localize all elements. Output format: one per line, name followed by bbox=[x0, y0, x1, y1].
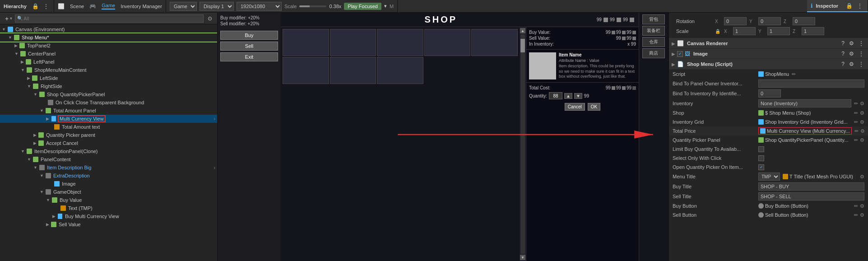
item-cell-2[interactable] bbox=[330, 29, 376, 56]
tree-item-image[interactable]: Image bbox=[0, 180, 217, 188]
tree-item-total-amount-text[interactable]: Total Amount text bbox=[0, 123, 217, 131]
canvas-renderer-expand[interactable]: ▶ bbox=[672, 41, 675, 46]
buy-button-edit-icon[interactable]: ✏ bbox=[854, 203, 858, 209]
inv-btn-warehouse[interactable]: 仓库 bbox=[642, 37, 665, 47]
image-component-expand[interactable]: ▶ bbox=[672, 51, 675, 56]
qty-stepper-up[interactable]: ▲ bbox=[564, 93, 572, 99]
expand-arrow-accept-cancel[interactable]: ▶ bbox=[33, 141, 37, 145]
tree-item-buy-multi-currency[interactable]: ▶ Buy Multi Currency View bbox=[0, 212, 217, 220]
shop-menu-script-header[interactable]: ▶ 📄 Shop Menu (Script) ? ⚙ ⋮ bbox=[669, 59, 868, 70]
image-component-enable-checkbox[interactable]: ✓ bbox=[677, 51, 683, 57]
expand-arrow-item-desc[interactable]: ▼ bbox=[21, 149, 25, 154]
open-qty-picker-checkbox[interactable]: ✓ bbox=[758, 164, 764, 170]
tree-item-gameobject[interactable]: ▼ GameObject bbox=[0, 188, 217, 196]
scroll-down-btn[interactable]: ▼ bbox=[520, 255, 525, 260]
tree-item-shopmenumain[interactable]: ▼ ShopMenuMainContent bbox=[0, 66, 217, 74]
bind-inventory-id-input[interactable] bbox=[758, 89, 781, 98]
scale-x-input[interactable] bbox=[733, 27, 756, 35]
tree-item-item-desc-panel[interactable]: ▼ ItemDescriptionPanel(Clone) bbox=[0, 147, 217, 155]
inspector-tab-header[interactable]: ℹ Inspector 🔒 ⋮ bbox=[807, 0, 868, 12]
inspector-menu-icon[interactable]: ⋮ bbox=[856, 2, 864, 9]
expand-arrow-extra-desc[interactable]: ▼ bbox=[40, 173, 44, 178]
limit-buy-qty-checkbox[interactable] bbox=[758, 146, 764, 152]
item-cell-8[interactable] bbox=[377, 57, 423, 84]
shop-settings-icon[interactable]: ⚙ bbox=[860, 110, 864, 116]
expand-arrow-shopmenumain[interactable]: ▼ bbox=[21, 68, 25, 72]
hierarchy-add-button[interactable]: + bbox=[4, 14, 10, 23]
expand-arrow-buy-value[interactable]: ▼ bbox=[46, 198, 50, 202]
inventory-manager-tab-label[interactable]: Inventory Manager bbox=[121, 4, 162, 9]
scale-lock-icon[interactable]: 🔒 bbox=[715, 29, 720, 34]
tree-item-accept-cancel[interactable]: ▶ Accept Cancel bbox=[0, 139, 217, 147]
inventory-grid-edit-icon[interactable]: ✏ bbox=[854, 119, 858, 125]
expand-arrow-centerpanel[interactable]: ▼ bbox=[14, 51, 19, 56]
play-focused-button[interactable]: Play Focused bbox=[344, 3, 381, 10]
hierarchy-add-dropdown[interactable]: ▾ bbox=[10, 16, 12, 21]
item-cell-6[interactable] bbox=[283, 57, 329, 84]
inventory-field-input[interactable] bbox=[758, 99, 851, 107]
scale-y-input[interactable] bbox=[767, 27, 790, 35]
bind-panel-owner-input[interactable] bbox=[758, 79, 864, 88]
tree-item-toppanel2[interactable]: ▶ TopPanel2 bbox=[0, 42, 217, 50]
item-cell-3[interactable] bbox=[377, 29, 423, 56]
tree-item-total-amount-panel[interactable]: ▼ Total Amount Panel bbox=[0, 107, 217, 115]
expand-arrow-multi-currency[interactable]: ▶ bbox=[46, 117, 49, 121]
item-cell-7[interactable] bbox=[330, 57, 376, 84]
buy-button[interactable]: Buy bbox=[220, 31, 278, 40]
shop-menu-script-help-icon[interactable]: ? bbox=[840, 61, 846, 68]
tree-item-extra-desc[interactable]: ▼ ExtraDescription bbox=[0, 172, 217, 180]
tree-item-qty-picker-parent[interactable]: ▶ Quantity Picker parent bbox=[0, 131, 217, 139]
canvas-renderer-settings-icon[interactable]: ⚙ bbox=[848, 40, 855, 47]
rotation-y-input[interactable] bbox=[758, 17, 781, 25]
tree-item-qty-picker-panel[interactable]: ▼ Shop QuantityPickerPanel bbox=[0, 90, 217, 98]
sell-button-edit-icon[interactable]: ✏ bbox=[854, 212, 858, 218]
scale-z-input[interactable] bbox=[802, 27, 824, 35]
hierarchy-lock-icon[interactable]: 🔒 bbox=[31, 3, 40, 10]
sell-title-input[interactable] bbox=[758, 192, 864, 200]
dropdown-arrow-play[interactable]: ▾ bbox=[384, 3, 387, 9]
item-desc-big-arrow[interactable]: › bbox=[214, 165, 215, 170]
expand-arrow-qty-picker[interactable]: ▼ bbox=[33, 92, 37, 97]
expand-arrow-shop-menu[interactable]: ▼ bbox=[8, 35, 12, 40]
hierarchy-search-submit[interactable]: ⊙ bbox=[206, 15, 214, 22]
inspector-lock-icon[interactable]: 🔒 bbox=[845, 2, 854, 9]
hierarchy-tab-header[interactable]: Hierarchy 🔒 ⋮ bbox=[0, 0, 54, 12]
total-price-edit-icon[interactable]: ✏ bbox=[854, 128, 859, 134]
canvas-renderer-help-icon[interactable]: ? bbox=[840, 40, 846, 47]
select-only-click-checkbox[interactable] bbox=[758, 155, 764, 161]
expand-arrow-leftpanel[interactable]: ▶ bbox=[21, 60, 24, 64]
tree-item-item-desc-big[interactable]: ▼ Item Description Big › bbox=[0, 163, 217, 172]
inventory-settings-icon[interactable]: ⚙ bbox=[860, 101, 864, 107]
tree-item-shop-menu[interactable]: ▼ Shop Menu* bbox=[0, 33, 217, 42]
image-component-help-icon[interactable]: ? bbox=[840, 50, 846, 57]
item-cell-4[interactable] bbox=[424, 29, 471, 56]
shop-menu-script-settings-icon[interactable]: ⚙ bbox=[848, 61, 855, 68]
expand-arrow-qty-parent[interactable]: ▶ bbox=[33, 133, 37, 137]
hierarchy-search-input[interactable] bbox=[23, 16, 201, 21]
expand-arrow-gameobject[interactable]: ▼ bbox=[40, 190, 44, 194]
canvas-renderer-header[interactable]: ▶ ⬜ Canvas Renderer ? ⚙ ⋮ bbox=[669, 38, 868, 49]
hierarchy-menu-icon[interactable]: ⋮ bbox=[42, 3, 50, 10]
expand-arrow-canvas[interactable]: ▼ bbox=[2, 27, 6, 32]
inv-btn-backpack[interactable]: 背包 bbox=[642, 14, 665, 24]
game-dropdown[interactable]: Game bbox=[170, 2, 197, 11]
inventory-grid-settings-icon[interactable]: ⚙ bbox=[860, 119, 864, 125]
rotation-x-input[interactable] bbox=[724, 17, 747, 25]
buy-button-settings-icon[interactable]: ⚙ bbox=[860, 203, 864, 209]
total-price-settings-icon[interactable]: ⚙ bbox=[860, 128, 865, 134]
quantity-input[interactable] bbox=[549, 92, 562, 99]
tree-item-canvas-env[interactable]: ▼ Canvas (Environment) bbox=[0, 25, 217, 33]
ok-button[interactable]: OK bbox=[588, 103, 600, 111]
shop-menu-script-expand[interactable]: ▶ bbox=[672, 62, 675, 67]
scroll-up-btn[interactable]: ▲ bbox=[520, 28, 525, 33]
sell-button-settings-icon[interactable]: ⚙ bbox=[860, 212, 864, 218]
expand-arrow-sell-value[interactable]: ▶ bbox=[46, 222, 49, 227]
expand-arrow-item-desc-big[interactable]: ▼ bbox=[33, 165, 37, 170]
qty-picker-edit-icon[interactable]: ✏ bbox=[854, 137, 858, 143]
exit-button[interactable]: Exit bbox=[220, 52, 278, 61]
image-component-header[interactable]: ▶ ✓ 🖼 Image ? ⚙ ⋮ bbox=[669, 49, 868, 59]
inventory-edit-icon[interactable]: ✏ bbox=[854, 101, 858, 107]
shop-menu-script-menu-icon[interactable]: ⋮ bbox=[857, 61, 865, 68]
tree-item-leftside[interactable]: ▶ LeftSide bbox=[0, 74, 217, 82]
script-edit-icon[interactable]: ✏ bbox=[792, 71, 796, 77]
